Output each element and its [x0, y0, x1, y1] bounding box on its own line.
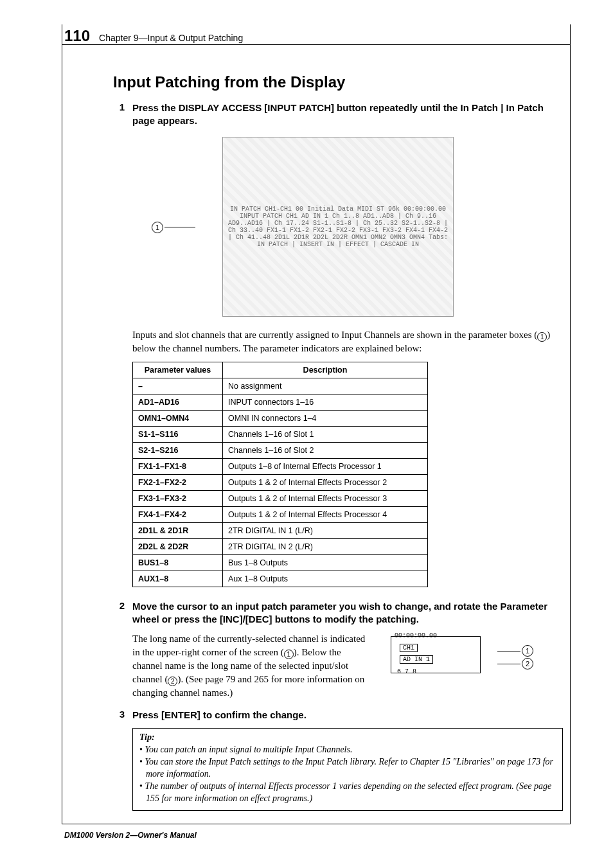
callout-circle: 2 [522, 658, 533, 669]
callout-line [497, 651, 520, 651]
figure-2: 00:00:00.00 CH1 AD IN 1 6 7 8 1 2 [386, 632, 533, 687]
step-2-number: 2 [113, 600, 125, 626]
table-row: FX4-1–FX4-2Outputs 1 & 2 of Internal Eff… [133, 506, 428, 522]
table-row: 2D2L & 2D2R2TR DIGITAL IN 2 (L/R) [133, 538, 428, 554]
callout-line [497, 664, 520, 664]
cell-desc: Outputs 1 & 2 of Internal Effects Proces… [223, 490, 428, 506]
table-row: 2D1L & 2D1R2TR DIGITAL IN 1 (L/R) [133, 522, 428, 538]
table-row: FX1-1–FX1-8Outputs 1–8 of Internal Effec… [133, 458, 428, 474]
tip-box: Tip: You can patch an input signal to mu… [132, 728, 563, 810]
inline-circ-1: 1 [537, 332, 547, 342]
minifig-ch: CH1 [400, 644, 418, 652]
step-1-text: Press the DISPLAY ACCESS [INPUT PATCH] b… [132, 102, 563, 128]
inline-circ-2: 2 [168, 677, 177, 686]
cell-pv: 2D2L & 2D2R [133, 538, 223, 554]
minifig-callout-2: 2 [497, 658, 533, 669]
cell-pv: FX2-1–FX2-2 [133, 474, 223, 490]
cell-pv: BUS1–8 [133, 554, 223, 571]
cell-desc: INPUT connectors 1–16 [223, 394, 428, 410]
minifig-ad: AD IN 1 [400, 655, 433, 664]
cell-desc: Outputs 1–8 of Internal Effects Processo… [223, 458, 428, 474]
figure-1-callout: 1 [152, 222, 195, 233]
parameter-table: Parameter values Description –No assignm… [132, 362, 428, 587]
intro-a: Inputs and slot channels that are curren… [132, 330, 537, 340]
section-title: Input Patching from the Display [113, 73, 563, 91]
cell-pv: AUX1–8 [133, 571, 223, 587]
tip-list: You can patch an input signal to multipl… [139, 744, 556, 804]
callout-line [164, 227, 195, 227]
callout-circle-1: 1 [152, 222, 163, 233]
cell-pv: 2D1L & 2D1R [133, 522, 223, 538]
step-2: 2 Move the cursor to an input patch para… [113, 600, 563, 626]
tip-label: Tip: [139, 732, 155, 742]
cell-pv: FX3-1–FX3-2 [133, 490, 223, 506]
step-1-number: 1 [113, 102, 125, 128]
cell-pv: FX1-1–FX1-8 [133, 458, 223, 474]
table-row: AD1–AD16INPUT connectors 1–16 [133, 394, 428, 410]
cell-pv: FX4-1–FX4-2 [133, 506, 223, 522]
intro-paragraph: Inputs and slot channels that are curren… [132, 328, 563, 355]
step-1: 1 Press the DISPLAY ACCESS [INPUT PATCH]… [113, 102, 563, 128]
tip-item: You can patch an input signal to multipl… [139, 744, 556, 756]
table-row: S1-1–S116Channels 1–16 of Slot 1 [133, 426, 428, 442]
cell-pv: OMN1–OMN4 [133, 410, 223, 426]
step-2-detail-row: The long name of the currently-selected … [113, 632, 563, 700]
step-2-text: Move the cursor to an input patch parame… [132, 600, 563, 626]
callout-circle: 1 [522, 645, 533, 657]
step-3-number: 3 [113, 709, 125, 722]
table-row: BUS1–8Bus 1–8 Outputs [133, 554, 428, 571]
th-parameter-values: Parameter values [133, 362, 223, 378]
minifig-callout-1: 1 [497, 645, 533, 657]
table-row: OMN1–OMN4OMNI IN connectors 1–4 [133, 410, 428, 426]
table-row: S2-1–S216Channels 1–16 of Slot 2 [133, 442, 428, 458]
cell-pv: S1-1–S116 [133, 426, 223, 442]
cell-desc: Aux 1–8 Outputs [223, 571, 428, 587]
minifig-nums: 6 7 8 [397, 668, 416, 675]
minifig-top: 00:00:00.00 [395, 632, 437, 639]
cell-desc: 2TR DIGITAL IN 1 (L/R) [223, 522, 428, 538]
step-3-text: Press [ENTER] to confirm the change. [132, 709, 306, 722]
figure-1-screenshot: IN PATCH CH1-CH1 00 Initial Data MIDI ST… [222, 137, 454, 317]
th-description: Description [223, 362, 428, 378]
cell-desc: Outputs 1 & 2 of Internal Effects Proces… [223, 474, 428, 490]
table-row: FX3-1–FX3-2Outputs 1 & 2 of Internal Eff… [133, 490, 428, 506]
figure-1: 1 IN PATCH CH1-CH1 00 Initial Data MIDI … [113, 137, 563, 317]
table-row: –No assignment [133, 378, 428, 394]
step-3: 3 Press [ENTER] to confirm the change. [113, 709, 563, 722]
cell-desc: No assignment [223, 378, 428, 394]
cell-pv: AD1–AD16 [133, 394, 223, 410]
step-2-detail: The long name of the currently-selected … [132, 632, 370, 700]
cell-desc: OMNI IN connectors 1–4 [223, 410, 428, 426]
inline-circ-1b: 1 [284, 650, 294, 659]
tip-item: You can store the Input Patch settings t… [139, 756, 556, 781]
footer-text: DM1000 Version 2—Owner's Manual [64, 831, 197, 840]
table-row: FX2-1–FX2-2Outputs 1 & 2 of Internal Eff… [133, 474, 428, 490]
cell-desc: Channels 1–16 of Slot 1 [223, 426, 428, 442]
cell-desc: Bus 1–8 Outputs [223, 554, 428, 571]
table-row: AUX1–8Aux 1–8 Outputs [133, 571, 428, 587]
cell-desc: Outputs 1 & 2 of Internal Effects Proces… [223, 506, 428, 522]
content-area: Input Patching from the Display 1 Press … [113, 73, 563, 811]
tip-item: The number of outputs of internal Effect… [139, 781, 556, 805]
cell-desc: Channels 1–16 of Slot 2 [223, 442, 428, 458]
cell-pv: – [133, 378, 223, 394]
cell-pv: S2-1–S216 [133, 442, 223, 458]
cell-desc: 2TR DIGITAL IN 2 (L/R) [223, 538, 428, 554]
